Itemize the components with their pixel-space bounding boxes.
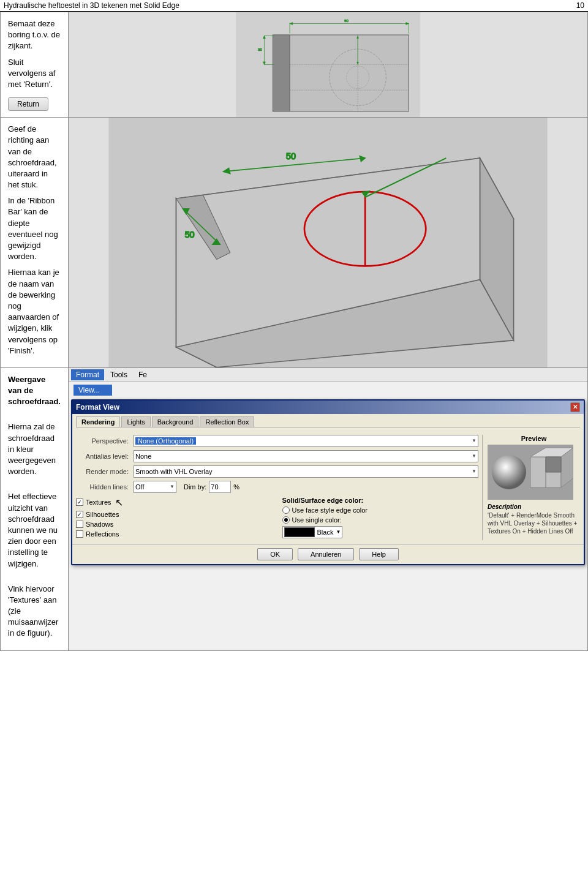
section2-para3: Hiernaa kan je de naam van de bewerking …	[8, 267, 61, 356]
radio-single-color: Use single color:	[282, 516, 479, 524]
antialias-label: Antialias level:	[76, 453, 131, 460]
cad-drawing-2: 50 50	[69, 118, 587, 367]
tab-reflection-box[interactable]: Reflection Box	[200, 416, 254, 427]
render-mode-select[interactable]: Smooth with VHL Overlay	[134, 465, 478, 478]
color-dropdown[interactable]: Black	[282, 526, 343, 538]
section3-left: Weergave van de schroefdraad. Hierna zal…	[1, 367, 69, 650]
textures-row: Textures ↖	[76, 497, 273, 508]
edge-color-col: Solid/Surface edge color: Use face style…	[282, 497, 479, 540]
dialog-close-button[interactable]: ✕	[570, 402, 580, 412]
section2-para1: Geef de richting aan van de schroefdraad…	[8, 124, 61, 190]
menu-format[interactable]: Format	[71, 369, 104, 380]
section2-right: 50 50	[68, 118, 587, 368]
section3-para3: Vink hiervoor 'Textures' aan (zie muisaa…	[8, 584, 61, 639]
mouse-cursor-icon: ↖	[115, 497, 123, 508]
perspective-select[interactable]: None (Orthogonal)	[134, 435, 478, 447]
section1-left: Bemaat deze boring t.o.v. de zijkant. Sl…	[1, 12, 69, 118]
silhouettes-label: Silhouettes	[86, 511, 119, 518]
silhouettes-row: Silhouettes	[76, 511, 273, 518]
radio-single-color-btn[interactable]	[282, 516, 290, 524]
textures-checkbox[interactable]	[76, 499, 83, 506]
dim-by-unit: %	[233, 483, 239, 491]
header-title: Hydraulische heftoestel in 3D tekenen me…	[4, 1, 179, 10]
render-mode-row: Render mode: Smooth with VHL Overlay	[76, 465, 478, 478]
dialog-title: Format View	[76, 403, 119, 412]
dialog-backdrop: Format View ✕ Rendering Lights Backgroun…	[71, 399, 585, 565]
svg-text:50: 50	[286, 151, 296, 161]
preview-label: Preview	[488, 435, 580, 442]
main-content-table: Bemaat deze boring t.o.v. de zijkant. Sl…	[0, 12, 588, 651]
section3-row: Weergave van de schroefdraad. Hierna zal…	[1, 367, 588, 650]
hidden-lines-label: Hidden lines:	[76, 483, 131, 491]
section2-left: Geef de richting aan van de schroefdraad…	[1, 118, 69, 368]
shadows-row: Shadows	[76, 521, 273, 528]
section1-row: Bemaat deze boring t.o.v. de zijkant. Sl…	[1, 12, 588, 118]
menu-tools[interactable]: Tools	[105, 369, 132, 380]
reflections-row: Reflections	[76, 530, 273, 538]
menu-view-item[interactable]: View...	[74, 385, 112, 396]
dialog-titlebar: Format View ✕	[72, 401, 584, 414]
preview-panel: Preview	[482, 435, 580, 540]
dialog-tabs: Rendering Lights Background Reflection B…	[76, 416, 580, 427]
render-mode-label: Render mode:	[76, 468, 131, 475]
hidden-lines-select[interactable]: Off	[134, 481, 176, 493]
radio-face-style-label: Use face style edge color	[292, 506, 368, 514]
section3-para2: Het effectieve uitzicht van schroefdraad…	[8, 491, 61, 569]
reflections-checkbox[interactable]	[76, 530, 83, 538]
dialog-left-panel: Perspective: None (Orthogonal) Antialias…	[76, 435, 478, 540]
radio-face-style: Use face style edge color	[282, 506, 479, 514]
radio-single-color-label: Use single color:	[292, 516, 342, 524]
section1-para2: Sluit vervolgens af met 'Return'.	[8, 57, 61, 91]
solid-surface-label: Solid/Surface edge color:	[282, 497, 479, 504]
svg-point-44	[492, 455, 526, 489]
tab-background[interactable]: Background	[152, 416, 199, 427]
svg-rect-2	[273, 35, 290, 111]
svg-marker-48	[546, 457, 561, 472]
return-button[interactable]: Return	[8, 97, 48, 111]
tab-rendering[interactable]: Rendering	[76, 416, 120, 427]
dialog-buttons: OK Annuleren Help	[72, 544, 584, 564]
section2-row: Geef de richting aan van de schroefdraad…	[1, 118, 588, 368]
description-label: Description	[488, 503, 580, 510]
svg-text:50: 50	[344, 19, 349, 23]
hidden-lines-row: Hidden lines: Off Dim by: 70 %	[76, 481, 478, 493]
preview-svg	[488, 445, 573, 500]
cad-drawing-1: 50 50	[69, 12, 587, 117]
description-text: 'Default' + RenderMode Smooth with VHL O…	[488, 511, 580, 535]
radio-face-style-btn[interactable]	[282, 506, 290, 514]
checkboxes-section: Textures ↖ Silhouettes	[76, 497, 478, 540]
render-mode-value: Smooth with VHL Overlay	[135, 468, 213, 475]
textures-label: Textures	[86, 499, 111, 506]
dim-by-value: 70	[211, 483, 218, 491]
format-view-dialog: Format View ✕ Rendering Lights Backgroun…	[71, 399, 585, 565]
menu-fe[interactable]: Fe	[134, 369, 152, 380]
dim-by-input[interactable]: 70	[209, 481, 231, 493]
dim-by-label: Dim by:	[184, 483, 206, 491]
ok-button[interactable]: OK	[257, 548, 293, 560]
section2-para2: In de 'Ribbon Bar' kan de diepte eventue…	[8, 195, 61, 262]
antialias-select[interactable]: None	[134, 450, 478, 462]
perspective-label: Perspective:	[76, 437, 131, 445]
tab-lights[interactable]: Lights	[121, 416, 150, 427]
antialias-row: Antialias level: None	[76, 450, 478, 462]
menubar: Format Tools Fe	[69, 368, 587, 382]
reflections-label: Reflections	[86, 530, 119, 538]
section1-right: 50 50	[68, 12, 587, 118]
hidden-lines-value: Off	[135, 483, 144, 491]
section3-para1: Hierna zal de schroefdraad in kleur weer…	[8, 421, 61, 477]
annuleren-button[interactable]: Annuleren	[298, 548, 354, 560]
section3-right: Format Tools Fe View... Format View ✕	[68, 367, 587, 650]
checkboxes-col: Textures ↖ Silhouettes	[76, 497, 273, 540]
silhouettes-checkbox[interactable]	[76, 511, 83, 518]
section3-heading: Weergave van de schroefdraad.	[8, 375, 61, 406]
page-header: Hydraulische heftoestel in 3D tekenen me…	[0, 0, 588, 12]
section1-para1: Bemaat deze boring t.o.v. de zijkant.	[8, 18, 61, 52]
color-swatch	[284, 527, 315, 537]
help-button[interactable]: Help	[359, 548, 399, 560]
shadows-checkbox[interactable]	[76, 521, 83, 528]
perspective-row: Perspective: None (Orthogonal)	[76, 435, 478, 447]
antialias-value: None	[135, 453, 151, 460]
color-value: Black	[317, 529, 334, 536]
svg-text:50: 50	[258, 48, 262, 51]
shadows-label: Shadows	[86, 521, 113, 528]
